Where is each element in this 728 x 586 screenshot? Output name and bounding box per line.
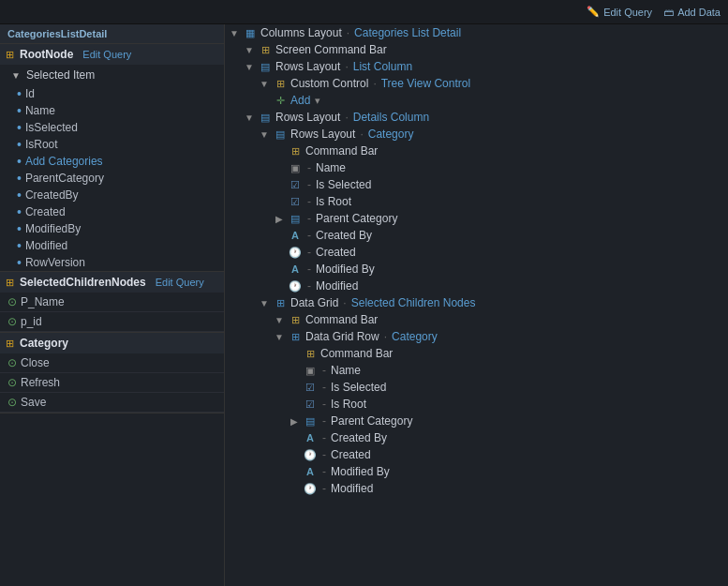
- item-modifiedby-label: ModifiedBy: [25, 222, 81, 235]
- tree-node-screen-cmdbar[interactable]: ⊞ Screen Command Bar: [225, 41, 728, 58]
- expand-parentcat-1[interactable]: [274, 214, 285, 224]
- tree-node-custom-control[interactable]: ⊞ Custom Control · Tree View Control: [225, 75, 728, 92]
- expand-screen-cmdbar[interactable]: [244, 45, 255, 55]
- createdby-2-icon: A: [303, 432, 318, 443]
- category-subtree-label: Category: [368, 128, 414, 141]
- action-refresh[interactable]: ⊙ Refresh: [0, 373, 224, 393]
- tree-node-createdby-1[interactable]: A - Created By: [225, 227, 728, 244]
- tree-node-datagrid-row[interactable]: ⊞ Data Grid Row · Category: [225, 328, 728, 345]
- selectedchildren-section: ⊞ SelectedChildrenNodes Edit Query ⊙ P_N…: [0, 272, 224, 333]
- parentcat-2-label: Parent Category: [331, 414, 412, 428]
- bullet-isselected: •: [17, 121, 22, 134]
- isselected-2-label: Is Selected: [331, 381, 386, 394]
- tree-node-name-2[interactable]: ▣ - Name: [225, 362, 728, 379]
- action-save[interactable]: ⊙ Save: [0, 393, 224, 413]
- createdby-2-label: Created By: [331, 431, 387, 444]
- columns-layout-label: Columns Layout: [260, 26, 342, 39]
- rootnode-section: ⊞ RootNode Edit Query ▼ Selected Item • …: [0, 44, 224, 272]
- tree-node-isroot-2[interactable]: ☑ - Is Root: [225, 396, 728, 413]
- close-label: Close: [21, 356, 50, 369]
- item-createdby-label: CreatedBy: [25, 188, 79, 202]
- datagrid-icon: ⊞: [273, 297, 288, 309]
- category-icon: ⊞: [6, 338, 14, 350]
- tree-node-add[interactable]: ✛ Add ▾: [225, 92, 728, 109]
- tree-node-created-2[interactable]: 🕐 - Created: [225, 446, 728, 463]
- expand-rows-category[interactable]: [259, 129, 270, 140]
- tree-node-rows-category[interactable]: ▤ Rows Layout · Category: [225, 126, 728, 143]
- tree-node-created-1[interactable]: 🕐 - Created: [225, 244, 728, 261]
- createdby-1-label: Created By: [316, 229, 372, 242]
- rootnode-edit-link[interactable]: Edit Query: [82, 49, 131, 60]
- rootnode-icon: ⊞: [6, 49, 14, 61]
- dash-createdby-2: -: [322, 431, 326, 444]
- selected-item-expand[interactable]: ▼: [11, 70, 21, 81]
- tree-node-parentcat-1[interactable]: ▤ - Parent Category: [225, 210, 728, 227]
- dash-modified-1: -: [307, 279, 311, 293]
- cmdbar-2-icon: ⊞: [288, 314, 303, 326]
- tree-node-parentcat-2[interactable]: ▤ - Parent Category: [225, 413, 728, 429]
- tree-node-rows-details[interactable]: ▤ Rows Layout · Details Column: [225, 109, 728, 126]
- tree-node-cmdbar-3[interactable]: ⊞ Command Bar: [225, 345, 728, 362]
- selectedchildren-header: ⊞ SelectedChildrenNodes Edit Query: [0, 272, 224, 293]
- refresh-icon: ⊙: [7, 376, 17, 389]
- tree-node-name-1[interactable]: ▣ - Name: [225, 159, 728, 176]
- add-categories-link[interactable]: Add Categories: [25, 155, 103, 168]
- tree-node-cmdbar-1[interactable]: ⊞ Command Bar: [225, 143, 728, 159]
- bullet-id: •: [17, 87, 22, 100]
- tree-node-isroot-1[interactable]: ☑ - Is Root: [225, 193, 728, 210]
- left-item-createdby: • CreatedBy: [0, 187, 224, 203]
- expand-rows-details[interactable]: [244, 113, 255, 123]
- tree-node-columns-layout[interactable]: ▦ Columns Layout · Categories List Detai…: [225, 24, 728, 41]
- tree-node-createdby-2[interactable]: A - Created By: [225, 429, 728, 446]
- rows-category-icon: ▤: [273, 128, 288, 141]
- sep-16: ·: [343, 296, 346, 309]
- tree-node-isselected-2[interactable]: ☑ - Is Selected: [225, 379, 728, 396]
- category-label: Category: [20, 337, 68, 350]
- pname-label: P_Name: [21, 295, 65, 308]
- bullet-modified: •: [17, 239, 22, 252]
- expand-datagrid[interactable]: [259, 298, 270, 308]
- expand-custom-control[interactable]: [259, 79, 270, 89]
- selectedchildren-edit-link[interactable]: Edit Query: [156, 277, 204, 288]
- created-2-icon: 🕐: [303, 449, 318, 461]
- left-item-name: • Name: [0, 102, 224, 119]
- name-1-icon: ▣: [288, 162, 303, 174]
- modified-1-icon: 🕐: [288, 280, 303, 293]
- left-item-parentcategory: • ParentCategory: [0, 170, 224, 187]
- tree-node-rows-list[interactable]: ▤ Rows Layout · List Column: [225, 58, 728, 75]
- left-item-addcategories[interactable]: • Add Categories: [0, 153, 224, 170]
- tree-node-datagrid[interactable]: ⊞ Data Grid · Selected Children Nodes: [225, 294, 728, 311]
- pname-icon: ⊙: [7, 295, 17, 308]
- parentcat-1-icon: ▤: [288, 213, 303, 225]
- modified-1-label: Modified: [316, 279, 358, 293]
- name-2-icon: ▣: [303, 365, 318, 377]
- tree-node-modifiedby-2[interactable]: A - Modified By: [225, 463, 728, 480]
- tree-node-modifiedby-1[interactable]: A - Modified By: [225, 261, 728, 278]
- expand-rows-list[interactable]: [244, 62, 255, 72]
- action-close[interactable]: ⊙ Close: [0, 353, 224, 373]
- expand-cmdbar-2[interactable]: [274, 315, 285, 325]
- tree-node-modified-1[interactable]: 🕐 - Modified: [225, 278, 728, 294]
- sep-2: ·: [345, 60, 348, 73]
- main-layout: CategoriesListDetail ⊞ RootNode Edit Que…: [0, 24, 728, 586]
- item-name-label: Name: [25, 104, 55, 117]
- modified-2-label: Modified: [331, 482, 373, 495]
- expand-parentcat-2[interactable]: [289, 416, 300, 427]
- parentcat-1-label: Parent Category: [316, 212, 397, 225]
- add-data-label: Add Data: [677, 7, 721, 18]
- tree-node-cmdbar-2[interactable]: ⊞ Command Bar: [225, 311, 728, 328]
- dash-created-1: -: [307, 246, 311, 259]
- tree-node-modified-2[interactable]: 🕐 - Modified: [225, 480, 728, 497]
- edit-query-button[interactable]: ✏️ Edit Query: [587, 6, 652, 18]
- isroot-1-icon: ☑: [288, 196, 303, 208]
- expand-datagrid-row[interactable]: [274, 332, 285, 342]
- left-item-created: • Created: [0, 203, 224, 220]
- columns-layout-icon: ▦: [243, 27, 258, 39]
- modifiedby-2-icon: A: [303, 466, 318, 477]
- bullet-parentcategory: •: [17, 172, 22, 185]
- tree-node-isselected-1[interactable]: ☑ - Is Selected: [225, 176, 728, 193]
- sep-0: ·: [347, 26, 349, 39]
- add-data-button[interactable]: 🗃 Add Data: [663, 7, 721, 18]
- dash-isroot-2: -: [322, 398, 326, 411]
- expand-columns-layout[interactable]: [229, 28, 240, 38]
